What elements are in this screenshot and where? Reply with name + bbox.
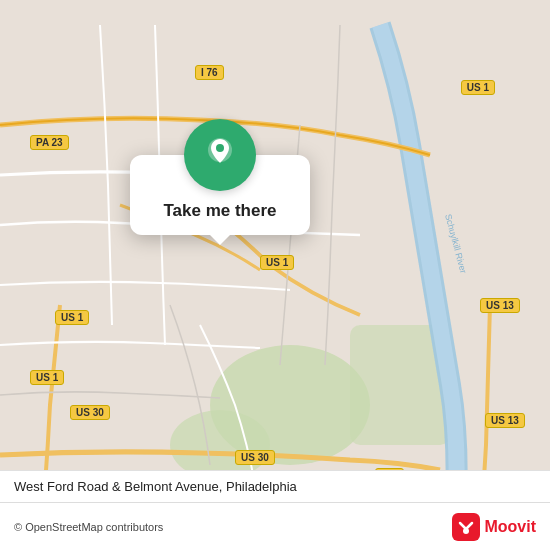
badge-us1-mid: US 1	[260, 255, 294, 270]
badge-us30-bottom: US 30	[235, 450, 275, 465]
badge-us1-top-right: US 1	[461, 80, 495, 95]
moovit-logo: Moovit	[452, 513, 536, 541]
pin-icon	[202, 135, 238, 175]
bottom-bar: © OpenStreetMap contributors Moovit	[0, 502, 550, 550]
osm-credit: © OpenStreetMap contributors	[14, 521, 163, 533]
moovit-icon	[452, 513, 480, 541]
badge-us13-right: US 13	[480, 298, 520, 313]
badge-i76-top: I 76	[195, 65, 224, 80]
map-container: Schuylkill River I 76 PA 23 PA US	[0, 0, 550, 550]
badge-pa23: PA 23	[30, 135, 69, 150]
svg-point-6	[216, 144, 224, 152]
badge-us1-lower: US 1	[30, 370, 64, 385]
popup-card: Take me there	[130, 155, 310, 235]
take-me-there-button[interactable]: Take me there	[163, 201, 276, 221]
address-bar: West Ford Road & Belmont Avenue, Philade…	[0, 470, 550, 502]
badge-us30-left: US 30	[70, 405, 110, 420]
badge-us13-lower: US 13	[485, 413, 525, 428]
moovit-text: Moovit	[484, 518, 536, 536]
badge-us1-left: US 1	[55, 310, 89, 325]
address-text: West Ford Road & Belmont Avenue, Philade…	[14, 479, 297, 494]
location-pin-circle	[184, 119, 256, 191]
